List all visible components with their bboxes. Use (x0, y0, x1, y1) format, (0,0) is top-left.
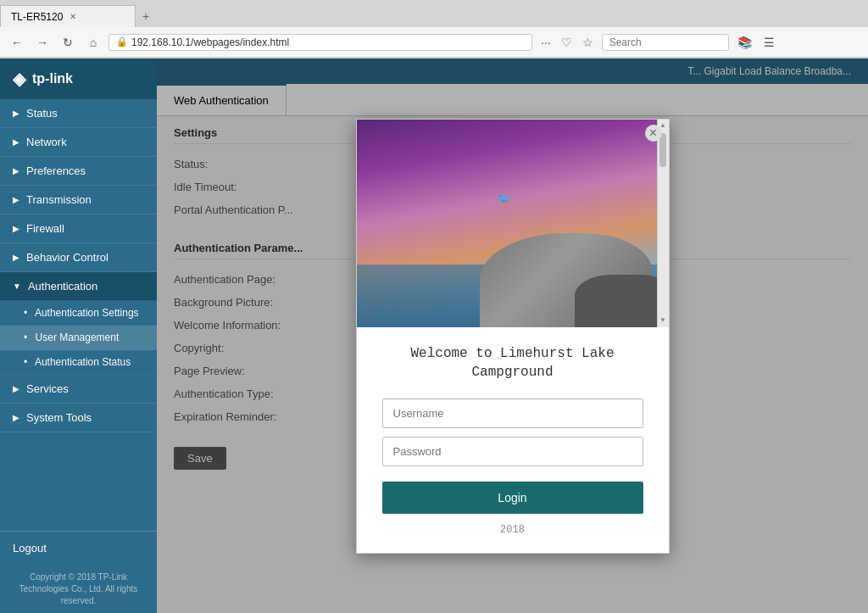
tab-close-button[interactable]: ✕ (70, 12, 76, 21)
arrow-icon: ▶ (13, 224, 19, 233)
extensions-button[interactable]: ☰ (760, 34, 778, 51)
tab-title: TL-ER5120 (11, 11, 63, 23)
logo-icon: ◈ (13, 69, 25, 89)
sidebar-item-label: System Tools (26, 411, 92, 424)
modal-preview-image: 🐦 (357, 120, 669, 327)
sidebar-sub-authentication-settings[interactable]: • Authentication Settings (0, 301, 157, 326)
arrow-icon: ▶ (13, 137, 19, 147)
sidebar-sub-label: Authentication Status (35, 356, 131, 368)
sidebar-sub-authentication-status[interactable]: • Authentication Status (0, 350, 157, 375)
search-bar[interactable] (602, 34, 729, 51)
sidebar-sub-label: User Management (36, 332, 120, 343)
sidebar-copyright: Copyright © 2018 TP-Link Technologies Co… (0, 565, 157, 613)
arrow-icon: ▶ (13, 195, 19, 204)
address-bar[interactable]: 🔒 192.168.10.1/webpages/index.html (108, 34, 532, 51)
sidebar-logo: ◈ tp-link (0, 59, 157, 99)
sidebar-item-label: Behavior Control (26, 251, 108, 264)
modal-year: 2018 (382, 524, 643, 536)
bookmarks-button[interactable]: 📚 (734, 34, 755, 51)
logo-text: tp-link (32, 71, 73, 86)
bullet-icon: • (24, 332, 27, 343)
modal-overlay: × 🐦 ▲ ▼ (157, 59, 868, 613)
preview-modal: × 🐦 ▲ ▼ (356, 119, 670, 554)
back-button[interactable]: ← (7, 32, 27, 53)
main-content: T... Gigabit Load Balance Broadba... Web… (157, 59, 868, 613)
sidebar-item-label: Firewall (26, 222, 64, 235)
sidebar-item-transmission[interactable]: ▶ Transmission (0, 186, 157, 215)
sidebar-item-label: Network (26, 136, 67, 148)
sidebar-item-preferences[interactable]: ▶ Preferences (0, 157, 157, 186)
modal-title: Welcome to Limehurst Lake Campground (382, 344, 643, 382)
arrow-icon: ▶ (13, 166, 19, 176)
sidebar-item-label: Authentication (28, 280, 97, 293)
more-button[interactable]: ··· (537, 34, 554, 51)
logout-label: Logout (13, 542, 47, 554)
sidebar-item-status[interactable]: ▶ Status (0, 99, 157, 128)
sidebar-item-label: Transmission (26, 193, 92, 206)
forward-button[interactable]: → (32, 32, 53, 53)
sidebar-nav: ▶ Status ▶ Network ▶ Preferences ▶ Trans… (0, 99, 157, 531)
home-button[interactable]: ⌂ (83, 32, 103, 53)
sidebar-item-system-tools[interactable]: ▶ System Tools (0, 404, 157, 432)
password-input[interactable] (382, 437, 643, 466)
sidebar-sub-label: Authentication Settings (35, 307, 139, 319)
logout-button[interactable]: Logout (0, 531, 157, 565)
arrow-icon: ▶ (13, 109, 19, 118)
modal-scrollbar[interactable]: ▲ ▼ (657, 120, 669, 327)
username-input[interactable] (382, 398, 643, 428)
url-text: 192.168.10.1/webpages/index.html (131, 36, 525, 48)
bullet-icon: • (24, 307, 27, 319)
search-input[interactable] (609, 36, 721, 48)
sidebar-item-label: Preferences (26, 164, 86, 177)
sidebar-item-label: Status (26, 107, 58, 120)
new-tab-button[interactable]: + (136, 6, 156, 26)
refresh-button[interactable]: ↻ (58, 32, 78, 53)
sidebar-item-services[interactable]: ▶ Services (0, 375, 157, 404)
bullet-icon: • (24, 356, 27, 368)
sidebar: ◈ tp-link ▶ Status ▶ Network ▶ Preferenc… (0, 59, 157, 613)
arrow-icon: ▶ (13, 253, 19, 262)
sidebar-item-firewall[interactable]: ▶ Firewall (0, 215, 157, 243)
modal-close-button[interactable]: × (645, 125, 662, 142)
modal-body: Welcome to Limehurst Lake Campground Log… (357, 327, 669, 554)
browser-tab[interactable]: TL-ER5120 ✕ (0, 5, 136, 27)
sidebar-item-network[interactable]: ▶ Network (0, 128, 157, 157)
scroll-down-arrow[interactable]: ▼ (658, 315, 668, 326)
star-button[interactable]: ☆ (579, 34, 597, 51)
arrow-icon: ▶ (13, 384, 19, 393)
bookmark-button[interactable]: ♡ (558, 34, 576, 51)
arrow-down-icon: ▼ (13, 281, 21, 291)
arrow-icon: ▶ (13, 413, 19, 422)
lock-icon: 🔒 (116, 36, 128, 47)
sidebar-item-label: Services (26, 382, 69, 395)
sidebar-item-authentication[interactable]: ▼ Authentication (0, 272, 157, 301)
login-button[interactable]: Login (382, 482, 643, 514)
sidebar-sub-user-management[interactable]: • User Management (0, 326, 157, 350)
sidebar-item-behavior-control[interactable]: ▶ Behavior Control (0, 243, 157, 272)
